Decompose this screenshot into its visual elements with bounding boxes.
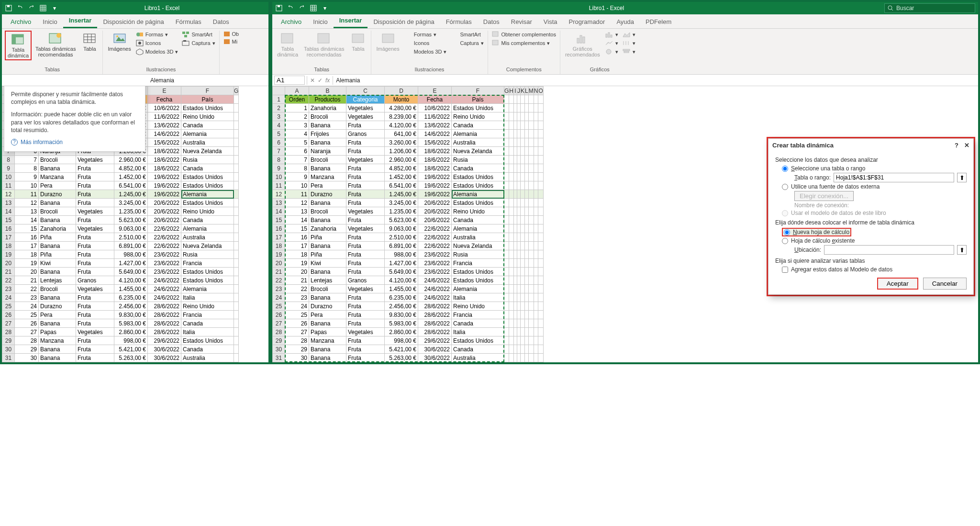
cell[interactable]: Reino Unido xyxy=(181,112,234,121)
cell[interactable]: 24/6/2022 xyxy=(148,293,181,302)
cell[interactable] xyxy=(514,319,517,328)
formula-bar[interactable]: Alemania xyxy=(147,77,268,84)
cell[interactable] xyxy=(534,216,538,224)
redo-icon[interactable] xyxy=(28,4,35,12)
cell[interactable]: 13 xyxy=(285,207,309,216)
cell[interactable]: Estados Unidos xyxy=(181,104,234,112)
cell[interactable] xyxy=(234,242,239,250)
cell[interactable] xyxy=(514,259,517,268)
row-header[interactable]: 18 xyxy=(273,242,285,250)
cell[interactable] xyxy=(514,224,517,233)
cell[interactable] xyxy=(534,121,538,130)
cell[interactable] xyxy=(538,130,543,138)
cell[interactable]: Fruta xyxy=(346,354,385,362)
cell[interactable] xyxy=(514,285,517,293)
cell[interactable]: Banana xyxy=(39,216,76,224)
cell[interactable] xyxy=(234,345,239,354)
cell[interactable] xyxy=(538,138,543,147)
cell[interactable]: Fruta xyxy=(346,250,385,259)
cell[interactable]: Fruta xyxy=(346,190,385,199)
cell[interactable] xyxy=(538,207,543,216)
cell[interactable]: Alemania xyxy=(181,190,234,199)
dialog-close-icon[interactable]: ✕ xyxy=(964,142,969,149)
cell[interactable]: 1.455,00 € xyxy=(385,285,418,293)
cell[interactable] xyxy=(514,354,517,362)
cell[interactable] xyxy=(525,268,529,276)
icons-button[interactable]: Iconos xyxy=(135,39,179,47)
cell[interactable]: 19 xyxy=(285,259,309,268)
cell[interactable] xyxy=(517,138,521,147)
cell[interactable] xyxy=(504,216,509,224)
cell[interactable] xyxy=(234,207,239,216)
row-header[interactable]: 21 xyxy=(2,268,15,276)
cell[interactable] xyxy=(517,259,521,268)
cell[interactable]: 23/6/2022 xyxy=(148,250,181,259)
cell[interactable]: Durazno xyxy=(309,190,346,199)
cell[interactable]: Australia xyxy=(181,233,234,242)
row-header[interactable]: 15 xyxy=(273,216,285,224)
qat-more-icon[interactable]: ▾ xyxy=(51,4,58,12)
cell[interactable]: 15/6/2022 xyxy=(418,138,452,147)
cell[interactable]: Banana xyxy=(309,138,346,147)
cell[interactable] xyxy=(528,173,534,181)
cell[interactable] xyxy=(234,112,239,121)
cell[interactable]: Piña xyxy=(309,233,346,242)
cell[interactable] xyxy=(525,259,529,268)
tab-datos[interactable]: Datos xyxy=(478,16,505,28)
cell[interactable] xyxy=(528,199,534,207)
cell[interactable]: Kiwi xyxy=(39,259,76,268)
cell[interactable] xyxy=(514,95,517,104)
cell[interactable] xyxy=(234,250,239,259)
row-header[interactable]: 7 xyxy=(273,147,285,156)
cell[interactable]: Fruta xyxy=(76,319,114,328)
grid-icon[interactable] xyxy=(310,4,317,12)
cell[interactable] xyxy=(234,336,239,345)
cell[interactable]: 18/6/2022 xyxy=(148,147,181,156)
cell[interactable]: Banana xyxy=(309,293,346,302)
tab-insertar[interactable]: Insertar xyxy=(334,14,368,28)
cell[interactable] xyxy=(525,293,529,302)
row-header[interactable]: 25 xyxy=(2,302,15,311)
table-header-cell[interactable]: Categoria xyxy=(346,95,385,104)
cell[interactable]: 6.235,00 € xyxy=(385,293,418,302)
cell[interactable] xyxy=(517,328,521,336)
cell[interactable]: 29/6/2022 xyxy=(418,336,452,345)
cell[interactable]: 5.983,00 € xyxy=(385,319,418,328)
cell[interactable] xyxy=(234,164,239,173)
cell[interactable]: Fruta xyxy=(76,199,114,207)
tab-programador[interactable]: Programador xyxy=(563,16,611,28)
cell[interactable] xyxy=(534,130,538,138)
cell[interactable] xyxy=(525,250,529,259)
cell[interactable] xyxy=(528,147,534,156)
tab-inicio[interactable]: Inicio xyxy=(307,16,333,28)
grid-icon[interactable] xyxy=(39,4,47,12)
cell[interactable] xyxy=(234,173,239,181)
row-header[interactable]: 19 xyxy=(2,250,15,259)
cell[interactable] xyxy=(504,130,509,138)
cell[interactable] xyxy=(521,336,525,345)
cell[interactable] xyxy=(517,345,521,354)
cell[interactable] xyxy=(234,302,239,311)
location-picker-icon[interactable]: ⬆ xyxy=(957,245,967,255)
cell[interactable] xyxy=(514,336,517,345)
cell[interactable]: Vegetales xyxy=(76,156,114,164)
cell[interactable] xyxy=(525,345,529,354)
cell[interactable] xyxy=(517,130,521,138)
row-header[interactable]: 29 xyxy=(273,336,285,345)
worksheet-area[interactable]: ABCDEFG1OrdenProductosCategoriaMontoFech… xyxy=(2,86,268,362)
cell[interactable]: 998,00 € xyxy=(385,336,418,345)
cell[interactable] xyxy=(528,121,534,130)
cell[interactable] xyxy=(504,336,509,345)
captura-button[interactable]: Captura ▾ xyxy=(181,39,216,47)
cell[interactable]: 10/6/2022 xyxy=(418,104,452,112)
cell[interactable]: Canada xyxy=(181,164,234,173)
cell[interactable]: 2.456,00 € xyxy=(385,302,418,311)
row-header[interactable]: 29 xyxy=(2,336,15,345)
cell[interactable]: 19/6/2022 xyxy=(418,181,452,190)
cell[interactable]: Manzana xyxy=(39,336,76,345)
cell[interactable]: Fruta xyxy=(76,250,114,259)
cell[interactable] xyxy=(504,173,509,181)
cell[interactable] xyxy=(528,216,534,224)
cell[interactable]: 30/6/2022 xyxy=(418,345,452,354)
cell[interactable] xyxy=(509,181,514,190)
